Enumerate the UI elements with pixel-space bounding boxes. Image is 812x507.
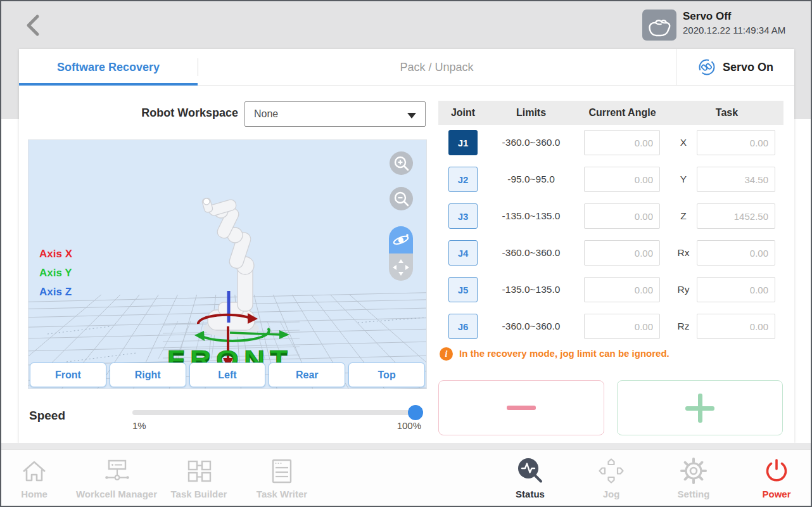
minus-icon	[507, 406, 536, 410]
nav-task-builder-label: Task Builder	[171, 489, 227, 499]
rotate-pan-toggle[interactable]	[389, 226, 413, 281]
task-builder-icon	[184, 456, 213, 485]
joint-column-header: Joint	[438, 107, 488, 119]
view-left-button[interactable]: Left	[189, 363, 266, 387]
home-icon	[20, 456, 49, 485]
tab-bar: Software Recovery Pack / Unpack Servo On	[19, 49, 794, 86]
robot-workspace-dropdown[interactable]: None	[244, 101, 426, 127]
info-icon: i	[440, 347, 453, 361]
view-top-button[interactable]: Top	[348, 363, 425, 387]
joint-j3-limits: -135.0~135.0	[488, 203, 574, 229]
nav-home-label: Home	[21, 489, 48, 499]
hand-icon	[647, 13, 672, 38]
joint-j3-angle-input[interactable]	[584, 203, 660, 229]
task-writer-icon	[267, 456, 296, 485]
axis-y-label: Axis Y	[39, 267, 72, 279]
robot-workspace-label: Robot Workspace	[82, 106, 238, 120]
view-rear-button[interactable]: Rear	[269, 363, 345, 387]
limits-column-header: Limits	[488, 107, 574, 119]
task-column-header: Task	[670, 107, 783, 119]
servo-on-button[interactable]: Servo On	[676, 49, 794, 86]
power-icon	[762, 456, 791, 485]
view-buttons-row: Front Right Left Rear Top	[30, 363, 425, 387]
task-rz-label: Rz	[671, 314, 695, 339]
task-rz-input[interactable]	[697, 314, 775, 339]
robot-3d-scene: FRONT FRONT	[29, 140, 427, 389]
joint-j4-limits: -360.0~360.0	[488, 240, 574, 266]
tab-pack-unpack-label: Pack / Unpack	[400, 61, 473, 74]
task-y-input[interactable]	[697, 167, 775, 192]
task-z-input[interactable]	[697, 203, 775, 229]
joint-j3-button[interactable]: J3	[448, 203, 478, 229]
nav-task-writer[interactable]: Task Writer	[234, 455, 329, 499]
nav-setting-label: Setting	[678, 489, 710, 499]
nav-power[interactable]: Power	[729, 455, 812, 499]
task-ry-input[interactable]	[697, 277, 775, 302]
joint-j2-angle-input[interactable]	[584, 167, 660, 192]
joint-j5-angle-input[interactable]	[584, 277, 660, 302]
joint-j6-limits: -360.0~360.0	[488, 314, 574, 339]
task-ry-label: Ry	[671, 277, 695, 302]
pan-move-icon	[392, 259, 410, 276]
tab-pack-unpack[interactable]: Pack / Unpack	[198, 49, 675, 86]
chevron-down-icon	[407, 113, 416, 119]
jog-minus-button[interactable]	[438, 380, 604, 435]
nav-setting[interactable]: Setting	[646, 455, 741, 499]
joint-j2-button[interactable]: J2	[448, 167, 478, 192]
zoom-in-button[interactable]	[390, 151, 413, 175]
speed-slider-thumb[interactable]	[408, 405, 423, 420]
tab-software-recovery[interactable]: Software Recovery	[19, 49, 198, 86]
nav-jog[interactable]: Jog	[564, 455, 659, 499]
view-right-button[interactable]: Right	[110, 363, 186, 387]
jog-icon	[597, 456, 626, 485]
joint-j4-angle-input[interactable]	[584, 240, 660, 266]
rotate-mode-button[interactable]	[389, 226, 413, 254]
joint-j2-limits: -95.0~95.0	[488, 167, 574, 192]
recovery-notice-text: In the recovery mode, jog limit can be i…	[459, 348, 669, 359]
zoom-out-button[interactable]	[390, 187, 413, 210]
pan-mode-button[interactable]	[389, 254, 413, 281]
axis-legend: Axis X Axis Y Axis Z	[39, 248, 72, 298]
joint-j6-button[interactable]: J6	[448, 314, 478, 339]
tab-software-recovery-label: Software Recovery	[57, 61, 160, 74]
nav-workcell-manager[interactable]: Workcell Manager	[69, 455, 164, 499]
joint-j1-button[interactable]: J1	[448, 130, 478, 155]
back-button[interactable]	[18, 10, 48, 41]
joint-j5-button[interactable]: J5	[448, 277, 478, 302]
task-rx-input[interactable]	[697, 240, 775, 266]
task-y-label: Y	[671, 167, 695, 192]
setting-icon	[679, 456, 708, 485]
zoom-out-icon	[393, 190, 410, 208]
nav-status-label: Status	[516, 489, 545, 499]
nav-task-writer-label: Task Writer	[257, 489, 307, 499]
jog-plus-button[interactable]	[617, 380, 783, 435]
joint-j1-limits: -360.0~360.0	[488, 130, 574, 155]
bottom-navigation-bar: Home Workcell Manager	[1, 449, 812, 507]
robot-3d-viewport[interactable]: FRONT FRONT Axis X Axis Y Axis Z	[28, 139, 427, 389]
orbit-rotate-icon	[392, 232, 410, 248]
nav-task-builder[interactable]: Task Builder	[151, 455, 246, 499]
joint-j6-angle-input[interactable]	[584, 314, 660, 339]
active-tab-underline	[19, 83, 198, 86]
task-x-label: X	[671, 130, 695, 155]
main-card: Software Recovery Pack / Unpack Servo On…	[19, 49, 794, 443]
content-nav-divider	[1, 443, 812, 449]
task-rx-label: Rx	[671, 240, 695, 266]
speed-min-label: 1%	[132, 420, 146, 431]
nav-jog-label: Jog	[603, 489, 620, 499]
axis-x-label: Axis X	[39, 248, 72, 260]
servo-status-icon-box	[642, 10, 676, 41]
nav-workcell-manager-label: Workcell Manager	[76, 489, 157, 499]
nav-power-label: Power	[762, 489, 790, 499]
task-z-label: Z	[671, 203, 695, 229]
speed-label: Speed	[29, 409, 65, 423]
joint-j5-limits: -135.0~135.0	[488, 277, 574, 302]
view-front-button[interactable]: Front	[30, 363, 106, 387]
joint-table-header: Joint Limits Current Angle Task	[438, 101, 783, 125]
plus-icon	[685, 394, 714, 423]
joint-j4-button[interactable]: J4	[448, 240, 478, 266]
task-x-input[interactable]	[697, 130, 775, 155]
speed-slider-track[interactable]	[132, 410, 421, 415]
joint-j1-angle-input[interactable]	[584, 130, 660, 155]
speed-max-label: 100%	[396, 420, 421, 431]
